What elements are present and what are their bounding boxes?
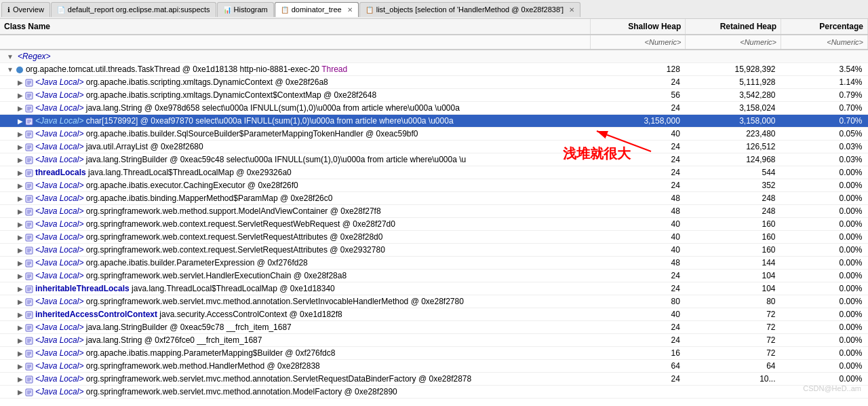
expand-icon[interactable]: ▶ — [18, 285, 23, 293]
expand-icon[interactable]: ▶ — [18, 259, 23, 267]
cell-retained: 160 — [686, 244, 781, 257]
expand-icon[interactable]: ▶ — [18, 92, 23, 99]
sub-col-pct: <Numeric> — [781, 35, 868, 50]
table-header-row: Class Name Shallow Heap Retained Heap Pe… — [0, 19, 868, 35]
table-row[interactable]: ▶inheritableThreadLocals java.lang.Threa… — [0, 282, 868, 295]
close-list-objects-tab[interactable]: ✕ — [569, 6, 574, 14]
table-row[interactable]: ▶<Java Local> org.apache.ibatis.mapping.… — [0, 347, 868, 360]
table-container[interactable]: Class Name Shallow Heap Retained Heap Pe… — [0, 19, 868, 406]
cell-retained: 80 — [686, 295, 781, 308]
table-row[interactable]: ▶<Java Local> java.lang.String @ 0xf276f… — [0, 334, 868, 347]
table-row[interactable]: ▶<Java Local> java.util.ArrayList @ 0xe2… — [0, 141, 868, 153]
cell-shallow: 24 — [590, 166, 686, 179]
cell-retained — [686, 50, 781, 63]
class-name-text: <Java Local> char[1578992] @ 0xeaf97870 … — [35, 116, 454, 126]
tab-histogram[interactable]: 📊 Histogram — [217, 2, 274, 17]
row-icon — [25, 103, 33, 113]
cell-retained: 72 — [686, 347, 781, 360]
cell-percentage: 0.00% — [781, 231, 868, 244]
table-row[interactable]: ▶<Java Local> org.springframework.web.se… — [0, 386, 868, 399]
table-row[interactable]: ▶<Java Local> java.lang.StringBuilder @ … — [0, 321, 868, 334]
close-dominator-tab[interactable]: ✕ — [347, 6, 353, 14]
cell-retained: 160 — [686, 231, 781, 244]
expand-icon[interactable]: ▶ — [18, 363, 23, 370]
expand-icon[interactable]: ▶ — [18, 169, 23, 177]
cell-shallow: 24 — [590, 282, 686, 295]
expand-icon[interactable]: ▶ — [18, 156, 23, 164]
cell-shallow — [590, 386, 686, 399]
list-objects-icon: 📋 — [366, 6, 374, 14]
expand-icon[interactable]: ▼ — [7, 66, 14, 73]
table-row[interactable]: ▼org.apache.tomcat.util.threads.TaskThre… — [0, 63, 868, 76]
cell-shallow: 24 — [590, 179, 686, 192]
cell-shallow: 16 — [590, 347, 686, 360]
table-row[interactable]: ▶<Java Local> org.springframework.web.co… — [0, 231, 868, 244]
table-row[interactable]: ▶threadLocals java.lang.ThreadLocal$Thre… — [0, 166, 868, 179]
table-body: ▼<Regex>▼org.apache.tomcat.util.threads.… — [0, 50, 868, 399]
tab-default-report[interactable]: 📄 default_report org.eclipse.mat.api:sus… — [51, 2, 216, 17]
class-name-text: <Java Local> org.apache.ibatis.builder.P… — [35, 258, 308, 267]
class-name-text: <Java Local> org.springframework.web.con… — [35, 232, 382, 242]
cell-shallow: 24 — [590, 321, 686, 334]
expand-icon[interactable]: ▶ — [18, 375, 23, 383]
expand-icon[interactable]: ▶ — [18, 246, 23, 254]
cell-retained: 72 — [686, 334, 781, 347]
expand-icon[interactable]: ▶ — [18, 105, 23, 112]
cell-shallow: 24 — [590, 153, 686, 166]
row-icon — [25, 232, 33, 242]
expand-icon[interactable]: ▶ — [18, 298, 23, 306]
table-row[interactable]: ▶<Java Local> org.apache.ibatis.builder.… — [0, 257, 868, 270]
table-row[interactable]: ▶<Java Local> org.apache.ibatis.executor… — [0, 179, 868, 192]
table-row[interactable]: ▶<Java Local> org.apache.ibatis.builder.… — [0, 128, 868, 141]
tab-dominator-tree[interactable]: 📋 dominator_tree ✕ — [275, 2, 359, 17]
expand-icon[interactable]: ▶ — [18, 79, 23, 86]
expand-icon[interactable]: ▶ — [18, 324, 23, 331]
expand-icon[interactable]: ▶ — [18, 182, 23, 189]
cell-shallow — [590, 50, 686, 63]
row-icon — [25, 297, 33, 306]
col-shallow-heap: Shallow Heap — [590, 19, 686, 35]
table-row[interactable]: ▼<Regex> — [0, 50, 868, 63]
table-row[interactable]: ▶<Java Local> org.springframework.web.se… — [0, 295, 868, 308]
table-row[interactable]: ▶<Java Local> org.springframework.web.se… — [0, 270, 868, 282]
expand-icon[interactable]: ▶ — [18, 130, 23, 138]
expand-icon[interactable]: ▶ — [18, 272, 23, 280]
expand-icon[interactable]: ▶ — [18, 311, 23, 318]
expand-icon[interactable]: ▶ — [18, 117, 23, 125]
class-name-text: <Java Local> org.springframework.web.ser… — [35, 297, 464, 306]
table-row[interactable]: ▶<Java Local> org.springframework.web.co… — [0, 244, 868, 257]
row-icon — [25, 142, 33, 151]
class-name-text: <Java Local> org.springframework.web.ser… — [35, 374, 471, 384]
table-row[interactable]: ▶<Java Local> org.springframework.web.se… — [0, 373, 868, 386]
table-row[interactable]: ▶<Java Local> org.apache.ibatis.binding.… — [0, 192, 868, 205]
expand-icon[interactable]: ▶ — [18, 195, 23, 202]
table-row[interactable]: ▶<Java Local> org.apache.ibatis.scriptin… — [0, 89, 868, 102]
table-row[interactable]: ▶<Java Local> java.lang.StringBuilder @ … — [0, 153, 868, 166]
expand-icon[interactable]: ▶ — [18, 350, 23, 357]
cell-retained: 248 — [686, 205, 781, 218]
expand-icon[interactable]: ▶ — [18, 337, 23, 344]
col-class-name: Class Name — [0, 19, 590, 35]
table-row[interactable]: ▶<Java Local> char[1578992] @ 0xeaf97870… — [0, 115, 868, 128]
tab-overview[interactable]: ℹ Overview — [1, 2, 50, 17]
table-row[interactable]: ▶<Java Local> org.apache.ibatis.scriptin… — [0, 76, 868, 89]
expand-icon[interactable]: ▼ — [7, 53, 14, 60]
tab-list-objects[interactable]: 📋 list_objects [selection of 'HandlerMet… — [359, 2, 580, 17]
cell-percentage: 0.00% — [781, 334, 868, 347]
expand-icon[interactable]: ▶ — [18, 208, 23, 215]
table-row[interactable]: ▶<Java Local> org.springframework.web.me… — [0, 205, 868, 218]
expand-icon[interactable]: ▶ — [18, 234, 23, 241]
table-row[interactable]: ▶inheritedAccessControlContext java.secu… — [0, 308, 868, 321]
expand-icon[interactable]: ▶ — [18, 388, 23, 396]
cell-shallow: 24 — [590, 334, 686, 347]
table-row[interactable]: ▶<Java Local> org.springframework.web.co… — [0, 218, 868, 231]
expand-icon[interactable]: ▶ — [18, 221, 23, 228]
table-row[interactable]: ▶<Java Local> org.springframework.web.me… — [0, 360, 868, 373]
cell-retained: 3,158,024 — [686, 102, 781, 115]
dominator-icon: 📋 — [281, 6, 289, 14]
row-icon — [25, 310, 33, 319]
report-icon: 📄 — [57, 6, 65, 14]
expand-icon[interactable]: ▶ — [18, 143, 23, 151]
cell-shallow: 3,158,000 — [590, 115, 686, 128]
table-row[interactable]: ▶<Java Local> java.lang.String @ 0xe978d… — [0, 102, 868, 115]
